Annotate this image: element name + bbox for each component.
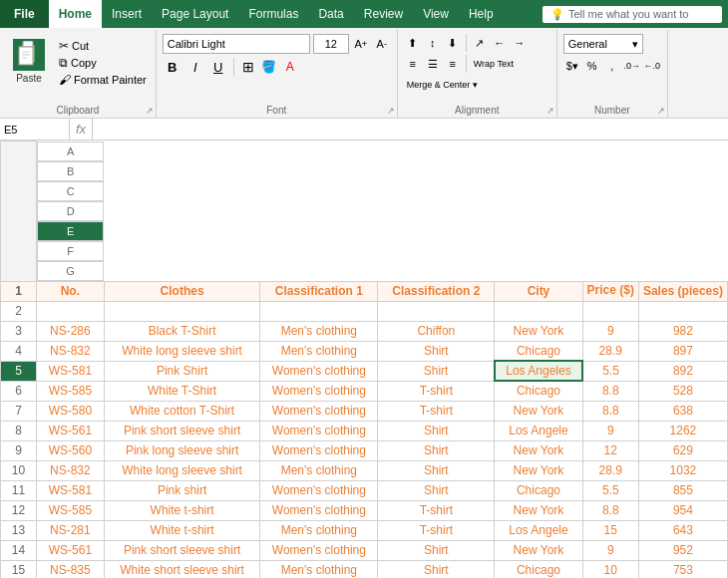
underline-button[interactable]: U <box>208 57 228 77</box>
data-cell[interactable]: White long sleeve shirt <box>104 460 260 480</box>
cut-button[interactable]: ✂ Cut <box>56 38 150 54</box>
col-header-e[interactable]: E <box>37 221 104 241</box>
menu-page-layout[interactable]: Page Layout <box>152 0 238 28</box>
border-button[interactable]: ⊞ <box>239 58 257 76</box>
data-cell[interactable]: NS-832 <box>37 341 105 361</box>
align-top-button[interactable]: ⬆ <box>404 34 422 52</box>
align-left-button[interactable]: ≡ <box>404 55 422 73</box>
data-cell[interactable]: T-shirt <box>378 500 495 520</box>
data-cell[interactable]: Pink Shirt <box>104 361 260 381</box>
data-cell[interactable]: Chiffon <box>378 321 495 341</box>
data-cell[interactable]: 28.9 <box>582 460 638 480</box>
data-cell[interactable]: New York <box>495 540 582 560</box>
align-middle-button[interactable]: ↕ <box>424 34 442 52</box>
font-expand-icon[interactable]: ↗ <box>387 106 395 116</box>
copy-button[interactable]: ⧉ Copy <box>56 55 150 71</box>
data-cell[interactable]: NS-832 <box>37 460 105 480</box>
data-cell[interactable]: WS-561 <box>37 540 105 560</box>
data-cell[interactable]: Pink short sleeve shirt <box>104 540 260 560</box>
data-cell[interactable] <box>104 301 260 321</box>
number-expand-icon[interactable]: ↗ <box>657 106 665 116</box>
data-cell[interactable]: 9 <box>582 321 638 341</box>
number-format-display[interactable]: General ▾ <box>563 34 643 54</box>
data-cell[interactable]: WS-580 <box>37 401 105 421</box>
data-cell[interactable]: 952 <box>638 540 727 560</box>
data-cell[interactable]: Los Angele <box>495 421 582 440</box>
font-color-button[interactable]: A <box>281 58 299 76</box>
align-bottom-button[interactable]: ⬇ <box>444 34 462 52</box>
data-cell[interactable]: Pink short sleeve shirt <box>104 421 260 440</box>
header-cell[interactable]: Sales (pieces) <box>638 281 727 301</box>
data-cell[interactable]: 8.8 <box>582 381 638 401</box>
data-cell[interactable]: 9 <box>582 421 638 440</box>
data-cell[interactable] <box>495 301 582 321</box>
data-cell[interactable]: Men's clothing <box>260 341 378 361</box>
header-cell[interactable]: No. <box>37 281 105 301</box>
data-cell[interactable]: Men's clothing <box>260 560 378 578</box>
data-cell[interactable]: 1032 <box>638 460 727 480</box>
data-cell[interactable]: T-shirt <box>378 381 495 401</box>
data-cell[interactable]: Shirt <box>378 560 495 578</box>
data-cell[interactable]: 10 <box>582 560 638 578</box>
data-cell[interactable]: Women's clothing <box>260 540 378 560</box>
header-cell[interactable]: Classification 2 <box>378 281 495 301</box>
data-cell[interactable]: White short sleeve shirt <box>104 560 260 578</box>
data-cell[interactable]: Black T-Shirt <box>104 321 260 341</box>
data-cell[interactable]: Shirt <box>378 480 495 500</box>
data-cell[interactable]: 8.8 <box>582 500 638 520</box>
menu-view[interactable]: View <box>413 0 459 28</box>
data-cell[interactable]: Chicago <box>495 480 582 500</box>
file-menu[interactable]: File <box>0 0 49 28</box>
bold-button[interactable]: B <box>163 57 182 77</box>
merge-center-button[interactable]: Merge & Center ▾ <box>404 76 481 94</box>
menu-help[interactable]: Help <box>459 0 504 28</box>
data-cell[interactable]: NS-286 <box>37 321 105 341</box>
data-cell[interactable]: Women's clothing <box>260 480 378 500</box>
percent-button[interactable]: % <box>583 57 601 75</box>
font-name-input[interactable] <box>163 34 310 54</box>
menu-review[interactable]: Review <box>354 0 413 28</box>
data-cell[interactable]: WS-561 <box>37 421 105 440</box>
header-cell[interactable]: Clothes <box>104 281 260 301</box>
data-cell[interactable] <box>638 301 727 321</box>
data-cell[interactable] <box>260 301 378 321</box>
data-cell[interactable]: 629 <box>638 440 727 460</box>
data-cell[interactable]: 982 <box>638 321 727 341</box>
col-header-d[interactable]: D <box>37 201 104 221</box>
data-cell[interactable]: WS-585 <box>37 381 105 401</box>
data-cell[interactable]: Chicago <box>495 381 582 401</box>
data-cell[interactable]: White long sleeve shirt <box>104 341 260 361</box>
data-cell[interactable]: 28.9 <box>582 341 638 361</box>
data-cell[interactable]: 12 <box>582 440 638 460</box>
wrap-text-button[interactable]: Wrap Text <box>471 55 517 73</box>
fill-color-button[interactable]: 🪣 <box>260 58 278 76</box>
data-cell[interactable]: Shirt <box>378 540 495 560</box>
data-cell[interactable]: New York <box>495 321 582 341</box>
increase-font-button[interactable]: A+ <box>352 35 370 53</box>
menu-home[interactable]: Home <box>49 0 102 28</box>
data-cell[interactable]: 1262 <box>638 421 727 440</box>
data-cell[interactable]: Women's clothing <box>260 500 378 520</box>
header-cell[interactable]: Classification 1 <box>260 281 378 301</box>
currency-button[interactable]: $▾ <box>563 57 581 75</box>
data-cell[interactable]: Men's clothing <box>260 520 378 540</box>
data-cell[interactable]: New York <box>495 401 582 421</box>
data-cell[interactable]: 892 <box>638 361 727 381</box>
data-cell[interactable]: White T-Shirt <box>104 381 260 401</box>
data-cell[interactable]: Women's clothing <box>260 401 378 421</box>
clipboard-expand-icon[interactable]: ↗ <box>146 106 154 116</box>
increase-decimal-button[interactable]: .0→ <box>623 57 641 75</box>
data-cell[interactable]: Shirt <box>378 440 495 460</box>
data-cell[interactable]: 643 <box>638 520 727 540</box>
number-format-dropdown[interactable]: ▾ <box>632 38 638 51</box>
data-cell[interactable]: WS-581 <box>37 480 105 500</box>
col-header-f[interactable]: F <box>37 241 104 261</box>
header-cell[interactable]: Price ($) <box>582 281 638 301</box>
format-painter-button[interactable]: 🖌 Format Painter <box>56 72 150 88</box>
data-cell[interactable]: 638 <box>638 401 727 421</box>
data-cell[interactable]: Chicago <box>495 341 582 361</box>
alignment-expand-icon[interactable]: ↗ <box>546 106 554 116</box>
col-header-c[interactable]: C <box>37 181 104 201</box>
data-cell[interactable]: Pink shirt <box>104 480 260 500</box>
menu-insert[interactable]: Insert <box>102 0 152 28</box>
